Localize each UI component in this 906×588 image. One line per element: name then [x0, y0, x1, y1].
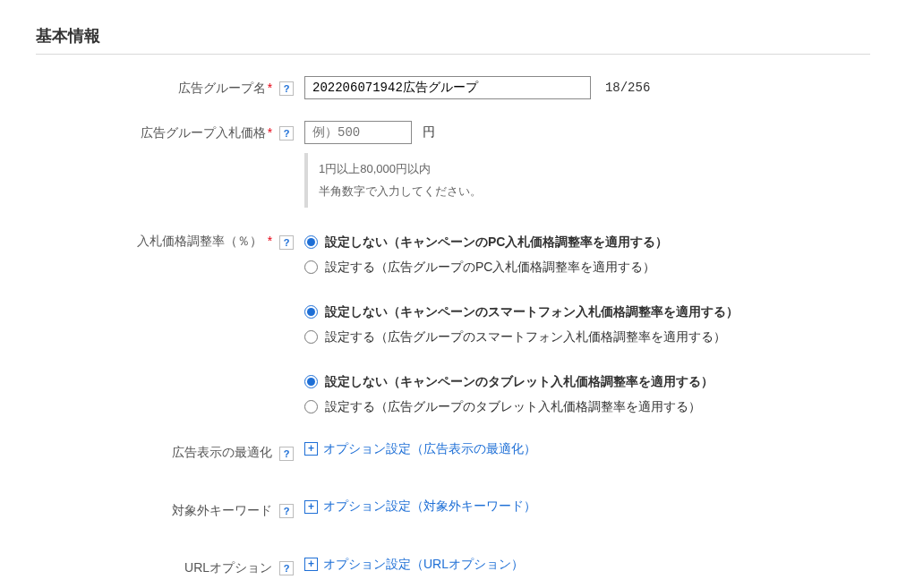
- expand-negative-kw[interactable]: + オプション設定（対象外キーワード）: [304, 499, 536, 515]
- radio-sp-off[interactable]: 設定しない（キャンペーンのスマートフォン入札価格調整率を適用する）: [304, 299, 870, 324]
- radio-input[interactable]: [304, 400, 318, 413]
- required-mark: *: [268, 234, 272, 248]
- content-ad-display-opt: + オプション設定（広告表示の最適化）: [304, 439, 870, 457]
- row-group-name: 広告グループ名* ? 18/256: [36, 74, 870, 99]
- radio-group-tab: 設定しない（キャンペーンのタブレット入札価格調整率を適用する） 設定する（広告グ…: [304, 369, 870, 419]
- radio-group-pc: 設定しない（キャンペーンのPC入札価格調整率を適用する） 設定する（広告グループ…: [304, 229, 870, 279]
- radio-label: 設定しない（キャンペーンのPC入札価格調整率を適用する）: [325, 229, 668, 254]
- radio-pc-off[interactable]: 設定しない（キャンペーンのPC入札価格調整率を適用する）: [304, 229, 870, 254]
- help-icon[interactable]: ?: [279, 447, 294, 461]
- radio-tab-off[interactable]: 設定しない（キャンペーンのタブレット入札価格調整率を適用する）: [304, 369, 870, 394]
- help-icon[interactable]: ?: [279, 126, 294, 141]
- link-text: オプション設定（広告表示の最適化）: [323, 441, 536, 457]
- plus-icon: +: [304, 442, 318, 456]
- label-bid-adjust: 入札価格調整率（％） * ?: [36, 227, 304, 251]
- expand-url-option[interactable]: + オプション設定（URLオプション）: [304, 557, 524, 573]
- label-group-name: 広告グループ名* ?: [36, 74, 304, 98]
- label-bid-price: 広告グループ入札価格* ?: [36, 119, 304, 142]
- row-ad-display-opt: 広告表示の最適化 ? + オプション設定（広告表示の最適化）: [36, 439, 870, 462]
- hint-line: 1円以上80,000円以内: [319, 158, 859, 181]
- group-name-input[interactable]: [304, 76, 591, 99]
- section-title: 基本情報: [36, 25, 870, 55]
- content-bid-price: 円 1円以上80,000円以内 半角数字で入力してください。: [304, 119, 870, 208]
- label-ad-display-opt: 広告表示の最適化 ?: [36, 439, 304, 462]
- row-negative-kw: 対象外キーワード ? + オプション設定（対象外キーワード）: [36, 497, 870, 520]
- radio-tab-on[interactable]: 設定する（広告グループのタブレット入札価格調整率を適用する）: [304, 394, 870, 419]
- content-negative-kw: + オプション設定（対象外キーワード）: [304, 497, 870, 516]
- radio-input[interactable]: [304, 260, 318, 274]
- radio-input[interactable]: [304, 375, 318, 388]
- help-icon[interactable]: ?: [279, 81, 294, 96]
- bid-price-input[interactable]: [304, 121, 412, 144]
- char-counter: 18/256: [605, 81, 650, 95]
- radio-group-sp: 設定しない（キャンペーンのスマートフォン入札価格調整率を適用する） 設定する（広…: [304, 299, 870, 349]
- plus-icon: +: [304, 500, 318, 514]
- radio-input[interactable]: [304, 330, 318, 344]
- help-icon[interactable]: ?: [279, 235, 294, 250]
- bid-price-hint: 1円以上80,000円以内 半角数字で入力してください。: [304, 153, 870, 208]
- row-bid-adjust: 入札価格調整率（％） * ? 設定しない（キャンペーンのPC入札価格調整率を適用…: [36, 227, 870, 419]
- plus-icon: +: [304, 558, 318, 571]
- radio-label: 設定しない（キャンペーンのタブレット入札価格調整率を適用する）: [325, 369, 714, 394]
- radio-pc-on[interactable]: 設定する（広告グループのPC入札価格調整率を適用する）: [304, 254, 870, 279]
- radio-input[interactable]: [304, 305, 318, 319]
- required-mark: *: [268, 81, 272, 95]
- radio-label: 設定する（広告グループのスマートフォン入札価格調整率を適用する）: [325, 324, 726, 349]
- content-group-name: 18/256: [304, 74, 870, 99]
- radio-label: 設定しない（キャンペーンのスマートフォン入札価格調整率を適用する）: [325, 299, 739, 324]
- label-negative-kw: 対象外キーワード ?: [36, 497, 304, 520]
- required-mark: *: [268, 125, 272, 140]
- radio-label: 設定する（広告グループのタブレット入札価格調整率を適用する）: [325, 394, 701, 419]
- radio-sp-on[interactable]: 設定する（広告グループのスマートフォン入札価格調整率を適用する）: [304, 324, 870, 349]
- row-bid-price: 広告グループ入札価格* ? 円 1円以上80,000円以内 半角数字で入力してく…: [36, 119, 870, 208]
- help-icon[interactable]: ?: [279, 561, 294, 575]
- label-url-option: URLオプション ?: [36, 554, 304, 577]
- radio-label: 設定する（広告グループのPC入札価格調整率を適用する）: [325, 254, 655, 279]
- content-url-option: + オプション設定（URLオプション）: [304, 554, 870, 573]
- content-bid-adjust: 設定しない（キャンペーンのPC入札価格調整率を適用する） 設定する（広告グループ…: [304, 227, 870, 419]
- help-icon[interactable]: ?: [279, 504, 294, 518]
- expand-ad-display-opt[interactable]: + オプション設定（広告表示の最適化）: [304, 441, 536, 457]
- radio-input[interactable]: [304, 235, 318, 249]
- row-url-option: URLオプション ? + オプション設定（URLオプション）: [36, 554, 870, 577]
- hint-line: 半角数字で入力してください。: [319, 181, 859, 203]
- link-text: オプション設定（URLオプション）: [323, 557, 524, 573]
- link-text: オプション設定（対象外キーワード）: [323, 499, 536, 515]
- currency-unit: 円: [423, 124, 435, 139]
